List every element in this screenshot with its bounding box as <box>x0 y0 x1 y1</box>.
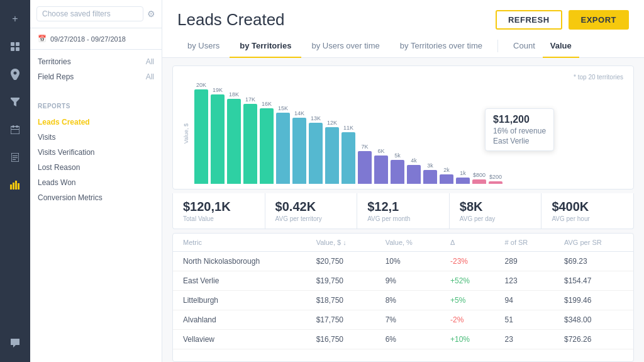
chat-icon[interactable] <box>4 332 26 354</box>
chart-note: * top 20 territories <box>183 74 623 81</box>
bar-rect[interactable] <box>456 178 470 184</box>
grid-icon[interactable] <box>4 35 26 58</box>
bar-item[interactable]: 17K <box>243 96 257 184</box>
col-avg-sr[interactable]: AVG per SR <box>554 234 633 252</box>
col-value[interactable]: Value, $ ↓ <box>306 234 375 252</box>
chart-container: * top 20 territories Value, $ 20K19K18K1… <box>172 65 634 189</box>
location-icon[interactable] <box>4 63 26 86</box>
report-conversion-metrics[interactable]: Conversion Metrics <box>38 190 154 205</box>
bar-rect[interactable] <box>440 174 453 184</box>
cell-avg-sr: $154.47 <box>554 271 633 291</box>
bar-rect[interactable] <box>472 179 486 184</box>
report-leads-won[interactable]: Leads Won <box>38 175 154 190</box>
bar-rect[interactable] <box>325 127 339 184</box>
bar-rect[interactable] <box>292 118 306 184</box>
bar-rect[interactable] <box>489 181 502 184</box>
bar-rect[interactable] <box>423 170 437 184</box>
bar-item[interactable]: $800 <box>472 172 486 184</box>
bar-rect[interactable] <box>243 104 257 184</box>
cell-value: $16,750 <box>306 330 375 349</box>
filter-fieldreps-row: Field Reps All <box>38 72 154 81</box>
tooltip-name: East Verlie <box>493 137 546 145</box>
bar-item[interactable]: 7K <box>358 144 372 184</box>
col-sr[interactable]: # of SR <box>495 234 554 252</box>
page-title: Leads Created <box>177 10 285 30</box>
bar-item[interactable]: 5k <box>391 152 404 184</box>
svg-rect-15 <box>18 183 19 189</box>
table-row: Alvahland $17,750 7% -2% 51 $348.00 <box>173 310 633 330</box>
bar-item[interactable]: 15K <box>276 105 290 184</box>
filter-icon[interactable] <box>4 91 26 113</box>
bar-item[interactable]: 14K <box>292 110 306 184</box>
header-buttons: REFRESH EXPORT <box>496 10 629 30</box>
bar-item[interactable]: 19K <box>211 87 225 184</box>
cell-change: -23% <box>440 252 495 271</box>
bar-item[interactable]: 20K <box>194 82 208 184</box>
document-icon[interactable] <box>4 146 26 169</box>
bar-label: 5k <box>394 152 401 159</box>
export-button[interactable]: EXPORT <box>569 10 629 30</box>
report-visits[interactable]: Visits <box>38 130 154 145</box>
bar-rect[interactable] <box>407 165 421 184</box>
cell-sr: 289 <box>495 252 554 271</box>
svg-rect-14 <box>15 181 17 189</box>
bar-rect[interactable] <box>260 108 274 184</box>
add-icon[interactable]: + <box>4 8 26 30</box>
col-change[interactable]: Δ <box>440 234 495 252</box>
bar-label: $800 <box>473 172 486 178</box>
bar-label: 14K <box>294 110 304 116</box>
bar-rect[interactable] <box>227 99 241 184</box>
bar-item[interactable]: 12K <box>325 120 339 184</box>
chart-area[interactable]: Value, $ 20K19K18K17K16K15K14K13K12K11K7… <box>183 83 623 184</box>
cell-avg-sr: $726.26 <box>554 330 633 349</box>
tab-by-territories-over-time[interactable]: by Territories over time <box>390 35 492 58</box>
bar-rect[interactable] <box>276 113 290 184</box>
bar-label: 20K <box>196 82 206 88</box>
bar-rect[interactable] <box>391 160 404 184</box>
bar-rect[interactable] <box>341 132 355 184</box>
bar-item[interactable]: 16K <box>260 101 274 184</box>
calendar-icon[interactable] <box>4 118 26 141</box>
bar-item[interactable]: 18K <box>227 91 241 184</box>
report-visits-verification[interactable]: Visits Verification <box>38 145 154 160</box>
bar-rect[interactable] <box>309 123 323 184</box>
tab-by-territories[interactable]: by Territories <box>230 35 301 58</box>
bar-item[interactable]: 1k <box>456 170 470 184</box>
bar-rect[interactable] <box>358 151 372 184</box>
bar-item[interactable]: $200 <box>489 174 502 184</box>
bar-item[interactable]: 6K <box>374 148 388 184</box>
bar-rect[interactable] <box>194 89 208 184</box>
bar-label: 17K <box>245 96 255 103</box>
bar-item[interactable]: 3k <box>423 162 437 184</box>
tab-count[interactable]: Count <box>506 35 543 58</box>
report-leads-created[interactable]: Leads Created <box>38 115 154 130</box>
bar-label: 15K <box>278 105 288 111</box>
bar-rect[interactable] <box>211 94 225 184</box>
filter-section: Territories All Field Reps All <box>30 50 162 95</box>
view-tabs: by Users by Territories by Users over ti… <box>177 35 492 57</box>
refresh-button[interactable]: REFRESH <box>496 10 562 30</box>
report-lost-reason[interactable]: Lost Reason <box>38 160 154 175</box>
territories-value: All <box>146 57 154 66</box>
cell-avg-sr: $348.00 <box>554 310 633 330</box>
bar-label: 2k <box>443 167 450 173</box>
saved-filters-select[interactable]: Choose saved filters <box>36 6 143 21</box>
col-pct[interactable]: Value, % <box>375 234 440 252</box>
tab-by-users-over-time[interactable]: by Users over time <box>301 35 389 58</box>
chart-bar-icon[interactable] <box>4 174 26 196</box>
tab-divider <box>497 40 498 52</box>
bar-item[interactable]: 11K <box>341 125 355 184</box>
tab-by-users[interactable]: by Users <box>177 35 230 58</box>
cell-sr: 51 <box>495 310 554 330</box>
gear-icon[interactable]: ⚙ <box>147 9 155 19</box>
bar-label: 3k <box>427 162 433 169</box>
bar-item[interactable]: 4k <box>407 157 421 184</box>
bar-rect[interactable] <box>374 156 388 184</box>
bar-item[interactable]: 2k <box>440 167 453 184</box>
bar-item[interactable]: 13K <box>309 115 323 184</box>
cell-sr: 23 <box>495 330 554 349</box>
tab-value[interactable]: Value <box>543 35 579 58</box>
stat-avg-month-label: AVG per month <box>367 215 439 222</box>
cell-sr: 123 <box>495 271 554 291</box>
svg-rect-11 <box>13 159 16 160</box>
